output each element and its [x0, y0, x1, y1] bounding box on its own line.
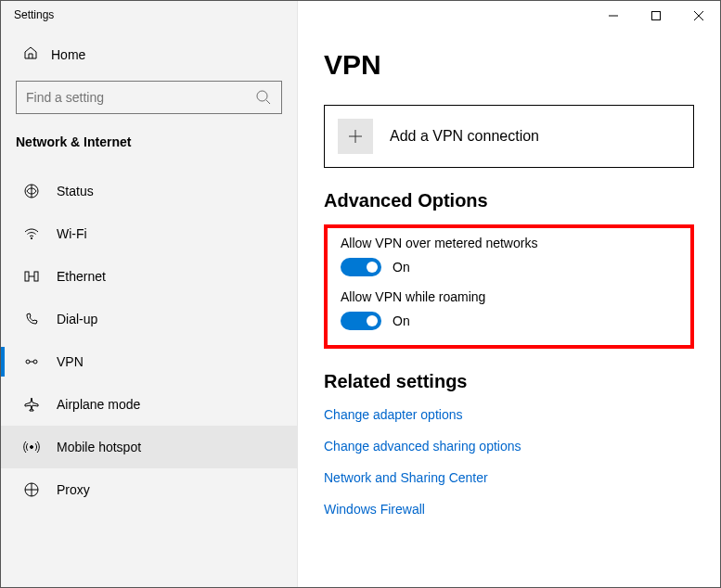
minimize-button[interactable] — [592, 2, 635, 30]
window-title: Settings — [1, 1, 297, 36]
roaming-state: On — [393, 313, 410, 328]
svg-point-8 — [33, 360, 37, 364]
sidebar-item-dialup[interactable]: Dial-up — [1, 298, 297, 340]
nav-list: Status Wi-Fi Ethernet Dial-up VPN — [1, 170, 297, 511]
page-title: VPN — [324, 49, 694, 81]
sidebar-item-label: Wi-Fi — [57, 226, 87, 241]
link-adapter-options[interactable]: Change adapter options — [324, 407, 694, 422]
link-windows-firewall[interactable]: Windows Firewall — [324, 502, 694, 517]
advanced-options-highlight: Allow VPN over metered networks On Allow… — [324, 224, 694, 349]
sidebar-item-label: Proxy — [57, 482, 90, 497]
search-input[interactable] — [17, 82, 281, 113]
roaming-toggle[interactable] — [341, 312, 381, 330]
metered-toggle[interactable] — [341, 258, 381, 276]
sidebar-item-proxy[interactable]: Proxy — [1, 468, 297, 511]
roaming-toggle-block: Allow VPN while roaming On — [341, 289, 677, 330]
group-header: Network & Internet — [1, 131, 297, 164]
sidebar-item-ethernet[interactable]: Ethernet — [1, 255, 297, 298]
roaming-label: Allow VPN while roaming — [341, 289, 677, 304]
svg-rect-13 — [652, 12, 661, 20]
sidebar-item-hotspot[interactable]: Mobile hotspot — [1, 426, 297, 468]
sidebar-item-label: Airplane mode — [57, 397, 140, 412]
proxy-icon — [23, 481, 40, 498]
airplane-icon — [23, 396, 40, 413]
svg-rect-5 — [34, 272, 38, 281]
sidebar-item-label: Mobile hotspot — [57, 440, 141, 454]
sidebar-item-label: Dial-up — [57, 312, 97, 326]
home-icon — [23, 45, 38, 64]
metered-toggle-block: Allow VPN over metered networks On — [341, 236, 677, 276]
svg-point-7 — [26, 360, 30, 364]
link-advanced-sharing[interactable]: Change advanced sharing options — [324, 439, 694, 454]
close-button[interactable] — [677, 2, 720, 30]
sidebar-item-label: Ethernet — [57, 269, 106, 284]
sidebar-item-wifi[interactable]: Wi-Fi — [1, 212, 297, 255]
sidebar-item-label: VPN — [57, 354, 84, 369]
sidebar-item-label: Status — [57, 184, 94, 198]
vpn-icon — [23, 353, 40, 370]
svg-point-10 — [31, 446, 33, 449]
svg-rect-4 — [25, 272, 29, 281]
sidebar-item-airplane[interactable]: Airplane mode — [1, 383, 297, 426]
status-icon — [23, 183, 40, 199]
sidebar: Settings Home Network & Internet Status … — [1, 1, 298, 587]
maximize-button[interactable] — [635, 2, 677, 30]
metered-label: Allow VPN over metered networks — [341, 236, 677, 250]
sidebar-item-vpn[interactable]: VPN — [1, 340, 297, 383]
related-settings-header: Related settings — [324, 371, 694, 392]
main: VPN Add a VPN connection Advanced Option… — [298, 1, 720, 587]
plus-icon — [338, 119, 373, 154]
svg-point-0 — [257, 91, 267, 101]
hotspot-icon — [23, 439, 40, 455]
search-box[interactable] — [16, 81, 282, 114]
dialup-icon — [23, 311, 40, 327]
svg-point-3 — [31, 237, 32, 238]
advanced-options-header: Advanced Options — [324, 190, 694, 211]
sidebar-item-status[interactable]: Status — [1, 170, 297, 212]
metered-state: On — [393, 260, 410, 275]
link-network-sharing-center[interactable]: Network and Sharing Center — [324, 470, 694, 485]
ethernet-icon — [23, 268, 40, 285]
wifi-icon — [23, 225, 40, 242]
content: VPN Add a VPN connection Advanced Option… — [298, 31, 720, 533]
svg-line-1 — [266, 100, 270, 104]
titlebar-controls — [298, 1, 720, 31]
add-vpn-label: Add a VPN connection — [390, 128, 539, 145]
add-vpn-connection[interactable]: Add a VPN connection — [324, 105, 694, 168]
home-button[interactable]: Home — [1, 36, 297, 73]
home-label: Home — [51, 47, 85, 62]
search-icon — [255, 89, 272, 109]
